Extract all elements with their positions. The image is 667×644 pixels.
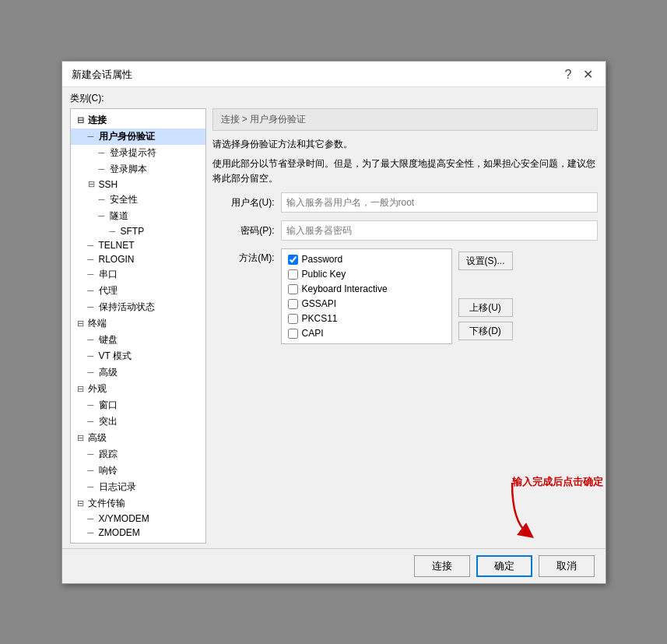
tree-label-log: 日志记录 — [99, 480, 136, 494]
close-button[interactable]: ✕ — [580, 69, 596, 81]
method-checkbox-3[interactable] — [288, 299, 298, 309]
method-label-1: Public Key — [302, 269, 346, 280]
connect-button[interactable]: 连接 — [414, 555, 470, 577]
category-label: 类别(C): — [62, 87, 606, 108]
tree-panel[interactable]: ⊟连接─ 用户身份验证─ 登录提示符─ 登录脚本⊟SSH─ 安全性─ 隧道─ S… — [70, 108, 206, 544]
tree-item-connection[interactable]: ⊟连接 — [71, 112, 205, 128]
tree-item-filetransfer[interactable]: ⊟文件传输 — [71, 495, 205, 512]
tree-label-terminal: 终端 — [88, 317, 107, 330]
tree-dash-tracking: ─ — [88, 449, 99, 459]
tree-label-auth: 用户身份验证 — [99, 130, 155, 143]
dialog: 新建会话属性 ? ✕ 类别(C): ⊟连接─ 用户身份验证─ 登录提示符─ 登录… — [61, 61, 606, 584]
form-area: 用户名(U): 密码(P): 方法(M): PasswordPublic Key… — [212, 192, 598, 344]
method-checkbox-0[interactable] — [288, 255, 298, 265]
tree-item-keyboard[interactable]: ─ 键盘 — [71, 332, 205, 348]
tree-label-rlogin: RLOGIN — [99, 254, 135, 265]
method-item-0[interactable]: Password — [288, 254, 445, 265]
tree-item-serial[interactable]: ─ 串口 — [71, 266, 205, 283]
tree-dash-tunnel: ─ — [99, 211, 110, 220]
help-button[interactable]: ? — [562, 69, 575, 81]
method-item-5[interactable]: CAPI — [288, 328, 445, 339]
tree-dash-serial: ─ — [88, 269, 99, 279]
method-checkbox-5[interactable] — [288, 329, 298, 339]
password-input[interactable] — [281, 220, 598, 241]
tree-item-rlogin[interactable]: ─ RLOGIN — [71, 252, 205, 266]
tree-dash-highlight: ─ — [88, 417, 99, 426]
tree-item-highlight[interactable]: ─ 突出 — [71, 413, 205, 430]
cancel-button[interactable]: 取消 — [539, 555, 595, 577]
tree-item-advanced[interactable]: ─ 高级 — [71, 364, 205, 381]
tree-label-advanced2: 高级 — [88, 431, 107, 445]
tree-label-login_script: 登录脚本 — [110, 163, 147, 176]
username-input[interactable] — [281, 192, 598, 213]
tree-label-filetransfer: 文件传输 — [88, 497, 125, 510]
username-label: 用户名(U): — [212, 196, 275, 209]
dialog-body: 类别(C): ⊟连接─ 用户身份验证─ 登录提示符─ 登录脚本⊟SSH─ 安全性… — [62, 87, 606, 548]
move-up-button[interactable]: 上移(U) — [458, 298, 513, 317]
tree-expand-connection: ⊟ — [77, 115, 88, 125]
desc1: 请选择身份验证方法和其它参数。 — [212, 137, 598, 152]
method-label-3: GSSAPI — [302, 298, 337, 309]
method-buttons: 设置(S)... 上移(U) 下移(D) — [458, 248, 513, 344]
tree-dash-window: ─ — [88, 400, 99, 410]
tree-label-connection: 连接 — [88, 114, 107, 127]
tree-label-sftp: SFTP — [121, 226, 145, 237]
tree-label-keepalive: 保持活动状态 — [99, 301, 155, 314]
dialog-title: 新建会话属性 — [72, 68, 132, 82]
annotation-text: 输入完成后点击确定 — [512, 475, 603, 489]
tree-item-auth[interactable]: ─ 用户身份验证 — [71, 128, 205, 145]
tree-item-sftp[interactable]: ─ SFTP — [71, 224, 205, 238]
method-label-0: Password — [302, 254, 343, 265]
tree-item-tracking[interactable]: ─ 跟踪 — [71, 446, 205, 463]
tree-dash-auth: ─ — [88, 132, 99, 141]
tree-item-vt_mode[interactable]: ─ VT 模式 — [71, 348, 205, 364]
tree-expand-terminal: ⊟ — [77, 318, 88, 329]
move-down-button[interactable]: 下移(D) — [458, 322, 513, 340]
tree-item-zmodem[interactable]: ─ ZMODEM — [71, 526, 205, 540]
breadcrumb: 连接 > 用户身份验证 — [212, 108, 598, 131]
tree-item-window[interactable]: ─ 窗口 — [71, 397, 205, 413]
tree-item-bell[interactable]: ─ 响铃 — [71, 463, 205, 479]
tree-item-appearance[interactable]: ⊟外观 — [71, 381, 205, 397]
tree-item-log[interactable]: ─ 日志记录 — [71, 479, 205, 495]
tree-label-advanced: 高级 — [99, 366, 118, 379]
tree-dash-security: ─ — [99, 195, 110, 204]
tree-dash-rlogin: ─ — [88, 255, 99, 264]
method-checkbox-4[interactable] — [288, 314, 298, 324]
tree-item-login_prompt[interactable]: ─ 登录提示符 — [71, 145, 205, 161]
right-panel: 连接 > 用户身份验证 请选择身份验证方法和其它参数。 使用此部分以节省登录时间… — [212, 108, 598, 544]
username-row: 用户名(U): — [212, 192, 598, 213]
tree-item-xymodem[interactable]: ─ X/YMODEM — [71, 512, 205, 526]
method-item-2[interactable]: Keyboard Interactive — [288, 283, 445, 294]
method-item-1[interactable]: Public Key — [288, 269, 445, 280]
tree-item-tunnel[interactable]: ─ 隧道 — [71, 208, 205, 224]
tree-dash-zmodem: ─ — [88, 528, 99, 537]
tree-label-serial: 串口 — [99, 268, 118, 281]
method-checkbox-2[interactable] — [288, 284, 298, 294]
settings-button[interactable]: 设置(S)... — [458, 252, 513, 270]
method-item-3[interactable]: GSSAPI — [288, 298, 445, 309]
annotation-arrow — [489, 483, 535, 537]
tree-dash-keyboard: ─ — [88, 335, 99, 344]
tree-item-proxy[interactable]: ─ 代理 — [71, 283, 205, 299]
tree-label-zmodem: ZMODEM — [99, 527, 140, 538]
title-bar: 新建会话属性 ? ✕ — [62, 62, 606, 87]
tree-dash-sftp: ─ — [110, 227, 121, 236]
tree-item-login_script[interactable]: ─ 登录脚本 — [71, 161, 205, 178]
ok-button[interactable]: 确定 — [476, 555, 532, 577]
method-checkbox-1[interactable] — [288, 269, 298, 280]
tree-item-keepalive[interactable]: ─ 保持活动状态 — [71, 299, 205, 315]
tree-dash-proxy: ─ — [88, 286, 99, 295]
tree-label-tunnel: 隧道 — [110, 209, 128, 223]
method-label: 方法(M): — [212, 248, 275, 265]
tree-item-ssh[interactable]: ⊟SSH — [71, 178, 205, 192]
tree-item-telnet[interactable]: ─ TELNET — [71, 238, 205, 252]
tree-label-keyboard: 键盘 — [99, 333, 118, 347]
tree-dash-bell: ─ — [88, 466, 99, 475]
tree-item-terminal[interactable]: ⊟终端 — [71, 315, 205, 332]
tree-item-security[interactable]: ─ 安全性 — [71, 192, 205, 208]
tree-item-advanced2[interactable]: ⊟高级 — [71, 430, 205, 446]
tree-label-login_prompt: 登录提示符 — [110, 146, 156, 160]
method-item-4[interactable]: PKCS11 — [288, 313, 445, 324]
tree-expand-ssh: ⊟ — [88, 179, 99, 189]
